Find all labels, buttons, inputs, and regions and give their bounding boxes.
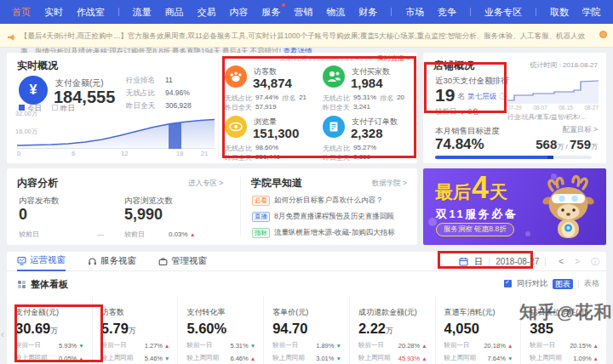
trend-arrow-icon: ▲	[593, 343, 599, 349]
kpi-visitors[interactable]: 访客数 5.79万 较前一日1.27%▲ 较上周同期5.46%▼	[92, 296, 178, 364]
trend-value: 45.93%	[398, 355, 420, 362]
trend-label: 较上周同期	[272, 354, 305, 362]
tab-operations-view[interactable]: 运营视窗	[17, 252, 66, 271]
college-link[interactable]: 数据学院 >	[372, 179, 407, 189]
tab-management-view[interactable]: 管理视窗	[158, 252, 207, 271]
tile-value: 2,328	[351, 126, 383, 140]
trend-label: 较前一日	[444, 341, 470, 350]
nav-finance[interactable]: 财务	[358, 6, 377, 19]
trend-arrow-icon: ▼	[335, 355, 341, 361]
configure-target-link[interactable]: 配置目标 >	[563, 125, 598, 135]
tile-stat-label: 无线占比	[225, 144, 252, 153]
trend-label: 较前一日	[186, 341, 212, 350]
college-item-text: 流量纵横新增来源-收藏-加购四大指标	[274, 228, 395, 238]
rank-row: 19 名 第七层级 ⓘ	[435, 86, 507, 104]
nav-warroom[interactable]: 作战室	[77, 6, 105, 19]
trend-value: 1.89%	[316, 342, 334, 350]
kpi-avg-order[interactable]: 客单价(元) 94.70 较前一日1.89%▼ 较上周同期3.01%▼	[263, 296, 349, 364]
announcement-close-icon[interactable]	[599, 31, 607, 38]
college-item[interactable]: 必看如何分析目标客户喜欢什么内容 ?	[252, 196, 395, 206]
info-icon[interactable]: ⓘ	[591, 256, 599, 268]
kpi-payment-amount[interactable]: 支付金额(元) 30.69万 较前一日5.93%▼ 较上周同期0.05%▲	[7, 296, 92, 364]
tile-rank-value: 20	[397, 94, 404, 103]
update-time: 更新时间:2018-08-27 21:45:00	[280, 54, 373, 63]
stat-value: 11	[165, 76, 173, 86]
nav-divider	[536, 8, 536, 16]
college-list: 必看如何分析目标客户喜欢什么内容 ? 直播8月免费直播课程预告及历史直播回顾 指…	[252, 196, 395, 244]
enter-zone-link[interactable]: 进入专区 >	[188, 179, 223, 189]
trend-value: 5.31%	[230, 342, 248, 350]
calendar-icon[interactable]	[459, 257, 468, 266]
college-title: 学院早知道	[251, 176, 302, 191]
tile-stat-label: 无线占比	[225, 94, 252, 103]
down-arrow-icon: ▼	[460, 110, 466, 116]
kpi-label: 成功退款金额(元)	[358, 307, 427, 318]
nav-logistics[interactable]: 物流	[326, 6, 345, 19]
stat-value: 94.96%	[165, 88, 190, 99]
nav-bizzone[interactable]: 业务专区	[484, 6, 522, 19]
carousel-prev-arrow[interactable]: ‹	[1, 328, 4, 340]
double11-promo-banner[interactable]: 最后4天 双11服务必备 服务洞察 钜惠8.8折	[423, 168, 606, 245]
date-granularity[interactable]: 日	[474, 256, 483, 268]
date-value[interactable]: 2018-08-27	[496, 257, 539, 266]
nav-competition[interactable]: 竞争	[438, 6, 456, 19]
pageviews-tile[interactable]: 浏览量 151,300 无线占比98.60% 昨日全天251,446	[221, 113, 319, 163]
compare-checkbox[interactable]	[504, 280, 512, 287]
paid-buyers-tile[interactable]: 支付买家数 1,984 无线占比95.31%排名20 昨日全天3,241	[319, 63, 417, 113]
prev-date-button[interactable]: <	[559, 257, 564, 266]
nav-divider	[118, 8, 119, 16]
nav-products[interactable]: 商品	[165, 6, 184, 19]
nav-trade[interactable]: 交易	[198, 6, 216, 19]
delta-label: 较前日	[435, 107, 457, 117]
tile-stat-value: 251,446	[255, 153, 280, 162]
tile-value: 151,300	[253, 126, 299, 140]
tab-service-view[interactable]: 服务视窗	[88, 252, 136, 271]
kpi-zhitongche[interactable]: 直通车消耗(元) 4,050 较前一日20.18%▲ 较上周同期7.64%▼	[435, 296, 521, 364]
live-link[interactable]: 实时直播 >	[377, 54, 410, 63]
unit: 万	[591, 143, 598, 151]
nav-realtime[interactable]: 实时	[44, 6, 63, 19]
trend-label: 较上周同期	[358, 354, 391, 362]
trend-label: 较上周同期	[15, 354, 48, 362]
tile-stat-value: 98.60%	[255, 144, 278, 153]
kpi-cards-row: 支付金额(元) 30.69万 较前一日5.93%▼ 较上周同期0.05%▲ 访客…	[7, 296, 606, 364]
trend-label: 较上周同期	[530, 354, 562, 362]
college-item[interactable]: 直播8月免费直播课程预告及历史直播回顾	[252, 212, 395, 222]
compare-label[interactable]: 同行对比	[517, 278, 547, 289]
college-item-text: 8月免费直播课程预告及历史直播回顾	[274, 212, 394, 222]
trend-arrow-icon: ▼	[164, 355, 169, 361]
tile-rank-value: 21	[299, 94, 306, 103]
visitors-tile[interactable]: 访客数 34,874 无线占比97.44%排名21 昨日全天57,919	[221, 63, 319, 113]
target-progress-bar	[435, 156, 592, 159]
trend-label: 较上周同期	[186, 354, 219, 362]
tab-label: 服务视窗	[100, 255, 136, 267]
kpi-conversion[interactable]: 支付转化率 5.60% 较前一日5.31%▼ 较上周同期6.46%▲	[177, 296, 263, 364]
trend-arrow-icon: ▼	[250, 343, 255, 349]
shop-overview-card: 店铺概况 统计时间 : 2018-08-27 近30天支付金额排行 19 名 第…	[423, 53, 606, 163]
college-item[interactable]: 指标流量纵横新增来源-收藏-加购四大指标	[252, 228, 395, 238]
tile-stat-label: 无线占比	[323, 94, 350, 103]
x-tick: 0	[17, 150, 20, 157]
nav-market[interactable]: 市场	[405, 6, 424, 19]
info-icon[interactable]: ⓘ	[499, 91, 507, 104]
next-date-button[interactable]: >	[575, 257, 580, 266]
kpi-refund[interactable]: 成功退款金额(元) 2.22万 较前一日20.28%▲ 较上周同期45.93%▲	[349, 296, 435, 364]
paid-suborders-tile[interactable]: 支付子订单数 2,328 无线占比95.27% 昨日全天3,866	[319, 113, 417, 163]
table-toggle[interactable]: 表格	[584, 278, 599, 289]
chart-toggle[interactable]: 图表	[553, 279, 573, 289]
briefcase-icon	[158, 257, 168, 266]
nav-traffic[interactable]: 流量	[133, 6, 152, 19]
x-tick: 08-27	[584, 105, 599, 111]
content-publish-delta: 较前日—	[19, 230, 104, 239]
kpi-value: 94.70	[272, 321, 307, 336]
nav-data[interactable]: 取数	[550, 6, 569, 19]
target-done: 568	[536, 137, 557, 151]
nav-marketing[interactable]: 营销	[294, 6, 312, 19]
nav-college[interactable]: 学院	[582, 6, 601, 19]
realtime-area-chart	[17, 114, 215, 150]
trend-value: 3.01%	[316, 355, 334, 362]
banner-offer-pill[interactable]: 服务洞察 钜惠8.8折	[436, 223, 514, 236]
nav-service[interactable]: 服务	[262, 6, 281, 19]
nav-content[interactable]: 内容	[230, 6, 249, 19]
nav-home[interactable]: 首页	[12, 6, 31, 19]
